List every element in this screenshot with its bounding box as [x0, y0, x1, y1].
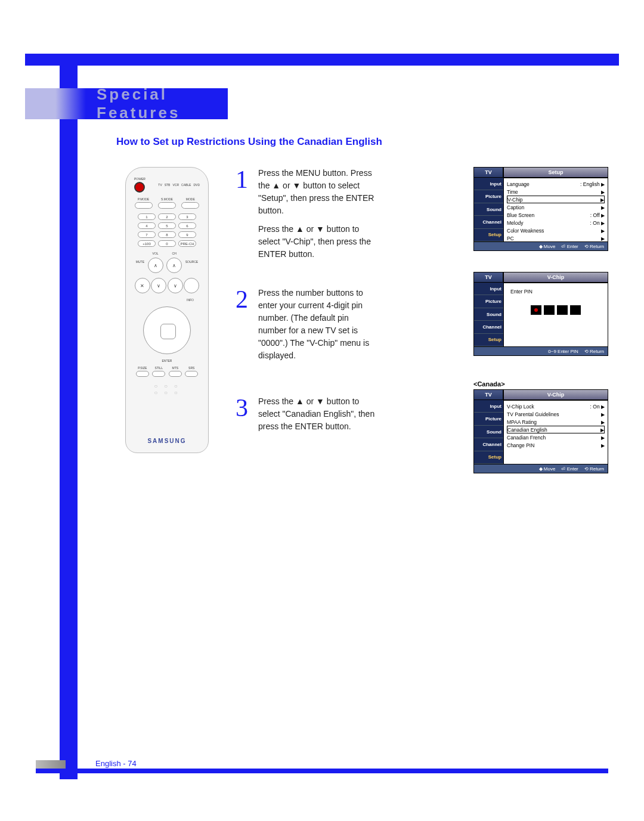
page-border-left: [60, 54, 78, 779]
led-dots-icon: ○ ○ ○○ ○ ○: [132, 383, 202, 396]
step-number: 3: [236, 395, 250, 420]
pin-digit: [570, 305, 581, 315]
section-header: Special Features: [25, 88, 228, 119]
numpad: 123 456 789 +1000PRE-CH: [138, 213, 196, 247]
osd-foot-move: ◆ Move: [539, 466, 556, 472]
osd-tab-picture: Picture: [474, 295, 503, 308]
osd-tab-input: Input: [474, 178, 503, 190]
osd-title: Setup: [503, 167, 608, 178]
osd-vchip-pin: TV V-Chip Input Picture Sound Channel Se…: [473, 272, 608, 356]
step-text: Press the ▲ or ▼ button to select "V-Chi…: [258, 223, 377, 261]
osd-title: V-Chip: [503, 389, 608, 400]
osd-menu-item: TV Parental Guidelines ▶: [507, 410, 605, 418]
page-border-top: [25, 54, 619, 66]
osd-tab-channel: Channel: [474, 438, 503, 451]
osd-tv-label: TV: [473, 167, 503, 178]
osd-tab-sound: Sound: [474, 426, 503, 438]
osd-menu-list: Language: English ▶Time ▶V-Chip ▶Caption…: [503, 178, 608, 242]
osd-tab-picture: Picture: [474, 413, 503, 425]
osd-tv-label: TV: [473, 272, 503, 283]
osd-menu-item: Caption ▶: [507, 203, 605, 211]
osd-tab-picture: Picture: [474, 190, 503, 203]
footer-tab-icon: [36, 760, 66, 769]
osd-menu-item: Time ▶: [507, 188, 605, 196]
canada-label: <Canada>: [473, 380, 608, 388]
mute-icon: ✕: [135, 278, 150, 293]
still-btn: [152, 371, 165, 377]
osd-menu-item: Change PIN ▶: [507, 441, 605, 449]
osd-menu-item: PC ▶: [507, 234, 605, 242]
osd-foot-pin: 0~9 Enter PIN: [548, 349, 578, 354]
osd-foot-move: ◆ Move: [539, 244, 556, 249]
pin-digit: [531, 305, 541, 315]
pmode-button: [135, 202, 153, 209]
osd-menu-list: V-Chip Lock: On ▶TV Parental Guidelines …: [503, 400, 608, 464]
step-number: 2: [236, 287, 250, 312]
mts-btn: [169, 371, 182, 377]
step-text: Press the number buttons to enter your c…: [258, 287, 377, 362]
osd-title: V-Chip: [503, 272, 608, 283]
step-number: 1: [236, 167, 250, 192]
ch-up-icon: ∧: [166, 258, 182, 273]
pin-digit: [557, 305, 568, 315]
vol-up-icon: ∧: [148, 258, 163, 273]
power-label: POWER: [134, 177, 145, 181]
remote-control-illustration: POWER TVSTBVCRCABLEDVD P.MODE S.MODE MOD…: [125, 167, 209, 453]
enter-pin-label: Enter PIN: [510, 289, 605, 295]
smode-button: [158, 202, 176, 209]
dpad-icon: [143, 306, 191, 354]
osd-menu-item: Melody: On ▶: [507, 219, 605, 227]
brand-logo: SAMSUNG: [126, 438, 208, 444]
page-number: English - 74: [95, 759, 137, 768]
page-subtitle: How to Set up Restrictions Using the Can…: [116, 136, 382, 148]
osd-menu-item: Language: English ▶: [507, 180, 605, 188]
osd-tab-setup: Setup: [474, 229, 503, 241]
osd-foot-return: ⟲ Return: [584, 349, 604, 354]
step-text: Press the ▲ or ▼ button to select "Canad…: [258, 395, 377, 433]
osd-tab-input: Input: [474, 400, 503, 413]
osd-setup-menu: TV Setup Input Picture Sound Channel Set…: [473, 167, 608, 251]
osd-tv-label: TV: [473, 389, 503, 400]
osd-tab-setup: Setup: [474, 451, 503, 464]
osd-foot-enter: ⏎ Enter: [561, 244, 578, 249]
mode-button: [181, 202, 199, 209]
osd-menu-item: V-Chip ▶: [507, 196, 605, 203]
osd-pin-entry: Enter PIN: [503, 283, 608, 347]
osd-menu-item: Color Weakness ▶: [507, 227, 605, 234]
device-labels: TVSTBVCRCABLEDVD: [158, 183, 200, 187]
step-text: Press the MENU button. Press the ▲ or ▼ …: [258, 167, 377, 217]
psize-btn: [136, 371, 149, 377]
osd-tab-sound: Sound: [474, 308, 503, 321]
osd-menu-item: Blue Screen: Off ▶: [507, 211, 605, 219]
osd-menu-item: Canadian French ▶: [507, 433, 605, 441]
osd-menu-item: MPAA Rating ▶: [507, 418, 605, 426]
osd-tab-sound: Sound: [474, 203, 503, 216]
srs-btn: [185, 371, 198, 377]
vol-down-icon: ∨: [151, 278, 166, 293]
section-title: Special Features: [97, 85, 228, 122]
osd-tab-channel: Channel: [474, 216, 503, 228]
osd-menu-item: V-Chip Lock: On ▶: [507, 402, 605, 410]
footer-bar: [36, 769, 608, 773]
osd-foot-return: ⟲ Return: [584, 466, 604, 472]
osd-menu-item: Canadian English ▶: [507, 426, 605, 433]
source-icon: [184, 278, 199, 293]
ch-down-icon: ∨: [168, 278, 183, 293]
power-button-icon: [134, 182, 145, 193]
pin-digit: [544, 305, 555, 315]
osd-tab-input: Input: [474, 283, 503, 295]
osd-foot-enter: ⏎ Enter: [561, 466, 578, 472]
osd-tab-channel: Channel: [474, 321, 503, 333]
osd-foot-return: ⟲ Return: [584, 244, 604, 249]
osd-tab-setup: Setup: [474, 334, 503, 346]
osd-vchip-canada: <Canada> TV V-Chip Input Picture Sound C…: [473, 380, 608, 473]
page-footer: English - 74: [36, 761, 608, 773]
